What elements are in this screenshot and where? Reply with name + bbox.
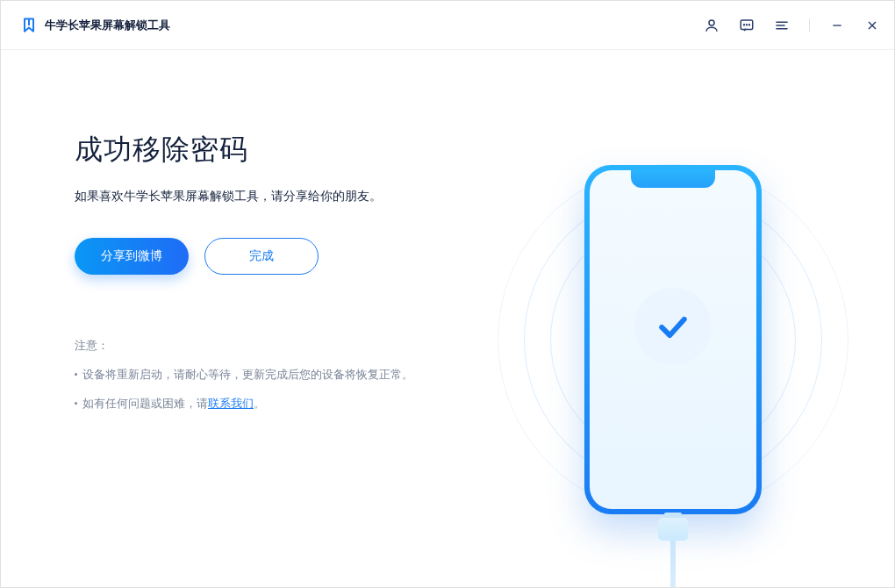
notice-item-2: 如有任何问题或困难，请联系我们。 [75, 395, 487, 413]
svg-point-2 [744, 24, 745, 25]
titlebar: 牛学长苹果屏幕解锁工具 [1, 1, 894, 50]
titlebar-divider [809, 18, 810, 32]
minimize-icon[interactable] [829, 18, 845, 33]
app-title: 牛学长苹果屏幕解锁工具 [45, 18, 170, 33]
notice-text-2: 如有任何问题或困难，请联系我们。 [82, 395, 265, 413]
app-logo-icon [20, 17, 38, 34]
bullet-icon [75, 373, 77, 376]
titlebar-left: 牛学长苹果屏幕解锁工具 [20, 17, 170, 34]
button-row: 分享到微博 完成 [75, 238, 487, 275]
close-icon[interactable] [864, 18, 880, 33]
content-area: 成功移除密码 如果喜欢牛学长苹果屏幕解锁工具，请分享给你的朋友。 分享到微博 完… [1, 50, 894, 587]
phone-screen [590, 170, 756, 509]
done-button[interactable]: 完成 [204, 238, 319, 275]
svg-point-4 [749, 24, 750, 25]
bullet-icon [75, 402, 77, 405]
notice-text-1: 设备将重新启动，请耐心等待，更新完成后您的设备将恢复正常。 [82, 366, 413, 384]
phone-notch-icon [631, 170, 715, 188]
phone-illustration [506, 111, 840, 568]
phone-frame-icon [584, 165, 762, 514]
feedback-icon[interactable] [739, 18, 755, 33]
titlebar-right [704, 18, 880, 33]
menu-icon[interactable] [774, 18, 790, 33]
success-headline: 成功移除密码 [75, 131, 487, 169]
svg-point-3 [747, 24, 748, 25]
success-subtext: 如果喜欢牛学长苹果屏幕解锁工具，请分享给你的朋友。 [75, 189, 487, 204]
app-window: 牛学长苹果屏幕解锁工具 [0, 0, 895, 588]
svg-point-0 [709, 20, 714, 25]
account-icon[interactable] [704, 18, 720, 33]
left-panel: 成功移除密码 如果喜欢牛学长苹果屏幕解锁工具，请分享给你的朋友。 分享到微博 完… [75, 111, 487, 587]
success-check-icon [634, 288, 712, 365]
share-button[interactable]: 分享到微博 [75, 238, 189, 275]
right-panel [487, 111, 859, 587]
notice-title: 注意： [75, 338, 487, 354]
notice-block: 注意： 设备将重新启动，请耐心等待，更新完成后您的设备将恢复正常。 如有任何问题… [75, 338, 487, 413]
notice-item-1: 设备将重新启动，请耐心等待，更新完成后您的设备将恢复正常。 [75, 366, 487, 384]
cable-icon [658, 513, 688, 588]
contact-us-link[interactable]: 联系我们 [208, 397, 254, 410]
